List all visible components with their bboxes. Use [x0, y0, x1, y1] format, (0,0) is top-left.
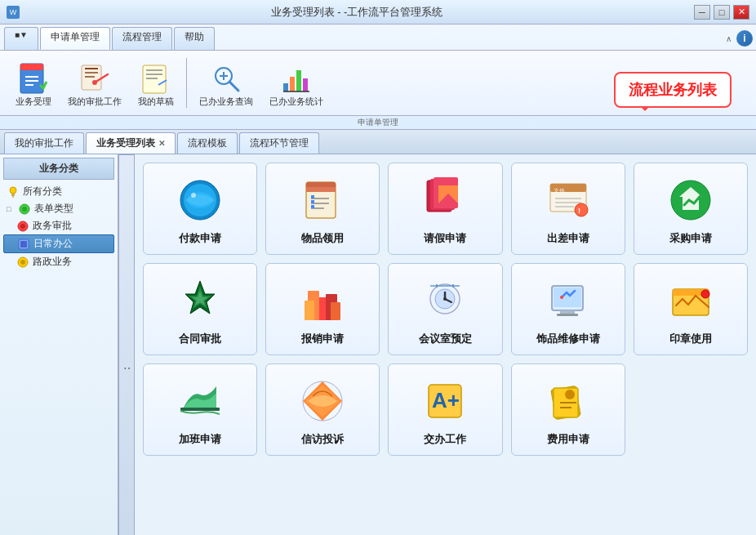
- ribbon-tab-shenqing[interactable]: 申请单管理: [40, 27, 110, 50]
- yewushouli-label: 业务受理: [16, 96, 51, 107]
- svg-rect-26: [20, 241, 27, 247]
- ribbon-tab-liucheng[interactable]: 流程管理: [112, 27, 172, 50]
- card-baoxiao[interactable]: 报销申请: [265, 263, 380, 355]
- wodepizhun-label: 我的审批工作: [68, 96, 122, 107]
- content-area: 业务分类 所有分类 □: [0, 154, 756, 535]
- qingjia-label: 请假申请: [424, 231, 466, 246]
- ribbon-btn-wodepizhun[interactable]: 我的审批工作: [60, 58, 129, 111]
- sidebar-label-richang: 日常办公: [33, 237, 73, 251]
- ribbon-btn-wodecaogao[interactable]: 我的草稿: [131, 58, 181, 111]
- minimize-button[interactable]: ─: [694, 5, 710, 20]
- svg-point-22: [22, 207, 27, 212]
- card-jiaobangongzuo[interactable]: A+ 交办工作: [388, 363, 502, 456]
- svg-rect-73: [557, 314, 578, 316]
- bulb-icon: [7, 185, 20, 198]
- svg-rect-39: [311, 200, 314, 203]
- window-controls[interactable]: ─ □ ✕: [694, 5, 749, 20]
- sidebar-label-suoyou: 所有分类: [23, 185, 62, 198]
- svg-point-74: [560, 296, 563, 299]
- xinfang-icon: [298, 377, 347, 426]
- card-xinfang[interactable]: 信访投诉: [265, 363, 380, 456]
- svg-point-6: [92, 80, 97, 85]
- tab-bar: 我的审批工作 业务受理列表 ✕ 流程模板 流程环节管理: [0, 130, 756, 154]
- svg-point-51: [575, 203, 588, 216]
- ribbon-sep-1: [186, 58, 187, 108]
- svg-point-32: [191, 193, 196, 198]
- green-circle-icon: [18, 203, 31, 216]
- window-title: 业务受理列表 - -工作流平台管理系统: [20, 5, 694, 20]
- shipin-label: 饰品维修申请: [536, 332, 600, 346]
- yibantongji-label: 已办业务统计: [269, 96, 323, 107]
- tab-liuchengmoban[interactable]: 流程模板: [177, 132, 238, 154]
- icon-grid-area: 付款申请: [135, 154, 756, 535]
- close-button[interactable]: ✕: [733, 5, 749, 20]
- ribbon-tab-menu[interactable]: ■▼: [4, 27, 38, 50]
- huiyishi-icon: [420, 276, 469, 325]
- card-wupin[interactable]: 物品领用: [265, 163, 380, 255]
- ribbon-tabs: ■▼ 申请单管理 流程管理 帮助 ∧ i: [0, 25, 756, 50]
- ribbon-btn-yibantongji[interactable]: 已办业务统计: [262, 58, 331, 111]
- yinzhang-icon: [666, 276, 715, 325]
- card-jiaban[interactable]: 加班申请: [143, 363, 257, 456]
- titlebar: W 业务受理列表 - -工作流平台管理系统 ─ □ ✕: [0, 0, 756, 25]
- svg-rect-41: [311, 205, 314, 208]
- ribbon-tab-help[interactable]: 帮助: [174, 27, 215, 50]
- sidebar-item-richang[interactable]: 日常办公: [3, 234, 114, 253]
- ribbon-btn-yewushouli[interactable]: 业务受理: [8, 58, 59, 111]
- tab-yewushoullieibao[interactable]: 业务受理列表 ✕: [86, 132, 176, 154]
- card-feiyong[interactable]: 费用申请: [511, 363, 625, 456]
- sidebar-item-zhengwu[interactable]: 政务审批: [3, 217, 114, 234]
- ribbon-btn-yibanchaxun[interactable]: 已办业务查询: [192, 58, 260, 111]
- blue-rect-icon: [17, 238, 30, 251]
- card-yinzhang[interactable]: 印章使用: [634, 263, 748, 355]
- yibanchaxun-label: 已办业务查询: [199, 96, 253, 107]
- sidebar-item-luzheng[interactable]: 路政业务: [3, 253, 114, 270]
- tooltip-bubble: 流程业务列表: [614, 72, 732, 108]
- svg-rect-78: [180, 408, 220, 411]
- svg-line-10: [229, 82, 238, 91]
- hetong-icon: [176, 276, 225, 325]
- jiaban-label: 加班申请: [179, 432, 221, 447]
- card-shipin[interactable]: 饰品维修申请: [511, 263, 625, 355]
- jiaban-icon: [176, 377, 225, 426]
- chucha-icon: 文件 !: [544, 176, 593, 225]
- yinzhang-label: 印章使用: [669, 332, 712, 346]
- card-huiyishi[interactable]: 会议室预定: [388, 263, 502, 355]
- card-chucha[interactable]: 文件 ! 出差申请: [511, 163, 625, 255]
- svg-rect-16: [303, 78, 308, 91]
- main-area: 我的审批工作 业务受理列表 ✕ 流程模板 流程环节管理 业务分类 所有分类: [0, 130, 756, 535]
- red-circle-icon: [16, 220, 29, 233]
- sidebar-item-biaodan[interactable]: □ 表单类型: [3, 200, 114, 217]
- jiaobangongzuo-label: 交办工作: [424, 432, 466, 447]
- svg-rect-72: [560, 310, 575, 314]
- caigou-label: 采购申请: [669, 231, 712, 246]
- card-hetong[interactable]: 合同审批: [143, 263, 257, 355]
- chucha-label: 出差申请: [547, 231, 589, 246]
- wupin-icon: [298, 176, 347, 225]
- svg-point-85: [565, 390, 575, 399]
- info-icon[interactable]: i: [736, 30, 753, 47]
- card-qingjia[interactable]: 请假申请: [388, 163, 502, 255]
- svg-point-77: [701, 290, 709, 298]
- sidebar-label-biaodan: 表单类型: [34, 202, 73, 216]
- maximize-button[interactable]: □: [714, 5, 730, 20]
- baoxiao-label: 报销申请: [301, 332, 344, 346]
- caigou-icon: [666, 176, 715, 225]
- feiyong-icon: [544, 377, 593, 426]
- ribbon: ■▼ 申请单管理 流程管理 帮助 ∧ i 业务受理: [0, 25, 756, 130]
- card-caigou[interactable]: 采购申请: [634, 163, 748, 255]
- sidebar: 业务分类 所有分类 □: [0, 154, 118, 535]
- sidebar-resize-handle[interactable]: ‥: [118, 154, 135, 535]
- tab-close-icon[interactable]: ✕: [158, 139, 165, 148]
- sidebar-title: 业务分类: [3, 158, 114, 180]
- qingjia-icon: [420, 176, 469, 225]
- xinfang-label: 信访投诉: [301, 432, 344, 447]
- sidebar-item-suoyou[interactable]: 所有分类: [3, 183, 114, 200]
- svg-rect-1: [20, 64, 43, 70]
- svg-point-28: [20, 260, 25, 265]
- sidebar-label-zhengwu: 政务审批: [33, 219, 72, 233]
- tab-liuchenghanjie[interactable]: 流程环节管理: [239, 132, 319, 154]
- tab-wodepizhungongzuo[interactable]: 我的审批工作: [4, 132, 84, 154]
- card-fukuan[interactable]: 付款申请: [143, 163, 257, 255]
- expand-icon-biaodan[interactable]: □: [7, 205, 15, 213]
